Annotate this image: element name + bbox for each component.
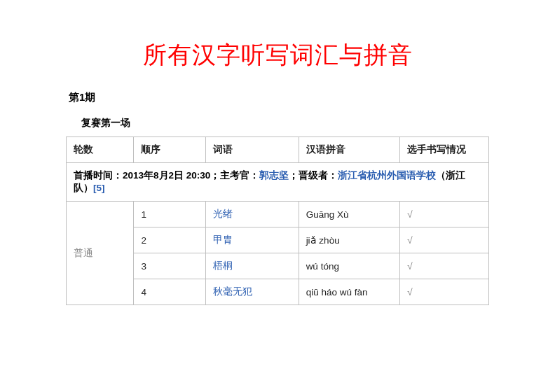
vocab-table: 轮数 顺序 词语 汉语拼音 选手书写情况 首播时间：2013年8月2日 20:3… [66, 136, 489, 305]
word-link[interactable]: 光绪 [213, 209, 233, 219]
table-row: 普通 1 光绪 Guāng Xù √ [67, 202, 489, 227]
ref-link[interactable]: [5] [93, 183, 105, 193]
info-prefix: 首播时间：2013年8月2日 20:30；主考官： [74, 170, 259, 181]
cell-order: 4 [134, 279, 206, 305]
cell-status: √ [400, 253, 489, 279]
cell-pinyin: wú tóng [299, 253, 400, 279]
check-icon: √ [407, 235, 412, 246]
cell-order: 1 [134, 202, 206, 227]
cell-order: 2 [134, 227, 206, 253]
info-mid: ；晋级者： [289, 170, 338, 181]
cell-word: 光绪 [205, 202, 299, 227]
cell-status: √ [400, 227, 489, 253]
col-word: 词语 [205, 137, 299, 163]
cell-pinyin: qiū háo wú fàn [299, 279, 400, 305]
section-heading: 第1期 [69, 91, 489, 104]
word-link[interactable]: 梧桐 [213, 260, 233, 271]
cell-word: 梧桐 [205, 253, 299, 279]
table-header-row: 轮数 顺序 词语 汉语拼音 选手书写情况 [67, 137, 489, 163]
cell-word: 甲胄 [205, 227, 299, 253]
cell-order: 3 [134, 253, 206, 279]
round-cell: 普通 [67, 202, 134, 305]
info-row: 首播时间：2013年8月2日 20:30；主考官：郭志坚；晋级者：浙江省杭州外国… [67, 163, 489, 202]
col-pinyin: 汉语拼音 [299, 137, 400, 163]
check-icon: √ [407, 261, 412, 272]
word-link[interactable]: 秋毫无犯 [213, 286, 252, 297]
info-cell: 首播时间：2013年8月2日 20:30；主考官：郭志坚；晋级者：浙江省杭州外国… [67, 163, 489, 202]
link-examiner[interactable]: 郭志坚 [259, 170, 289, 181]
col-status: 选手书写情况 [400, 137, 489, 163]
subsection-heading: 复赛第一场 [81, 117, 489, 130]
col-round: 轮数 [67, 137, 134, 163]
page-title: 所有汉字听写词汇与拼音 [66, 39, 489, 71]
cell-pinyin: Guāng Xù [299, 202, 400, 227]
cell-status: √ [400, 202, 489, 227]
check-icon: √ [407, 287, 412, 298]
cell-word: 秋毫无犯 [205, 279, 299, 305]
cell-pinyin: jiǎ zhòu [299, 227, 400, 253]
document-container: 所有汉字听写词汇与拼音 第1期 复赛第一场 轮数 顺序 词语 汉语拼音 选手书写… [0, 0, 555, 305]
word-link[interactable]: 甲胄 [213, 234, 233, 245]
link-qualifier[interactable]: 浙江省杭州外国语学校 [338, 170, 436, 181]
check-icon: √ [407, 209, 412, 220]
col-order: 顺序 [134, 137, 206, 163]
cell-status: √ [400, 279, 489, 305]
